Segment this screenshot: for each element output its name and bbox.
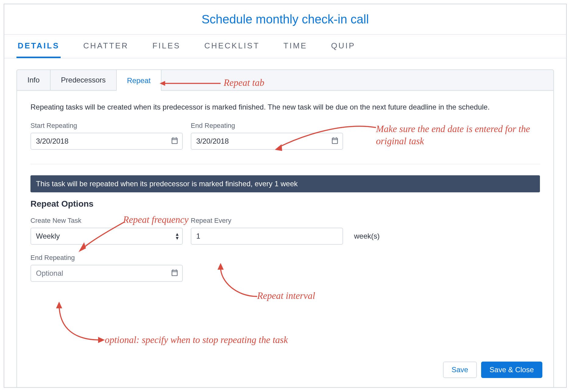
end-repeating-option-label: End Repeating	[30, 254, 540, 262]
calendar-icon[interactable]	[331, 137, 339, 146]
repeat-panel: Repeating tasks will be created when its…	[16, 91, 554, 388]
chevron-updown-icon: ▴▾	[176, 232, 179, 240]
subtab-predecessors[interactable]: Predecessors	[51, 70, 117, 90]
tab-details[interactable]: DETAILS	[16, 34, 61, 58]
tab-checklist[interactable]: CHECKLIST	[203, 34, 261, 58]
create-new-task-field: Create New Task ▴▾	[30, 217, 183, 245]
start-repeating-field: Start Repeating	[30, 122, 183, 150]
tab-files[interactable]: FILES	[151, 34, 182, 58]
date-row: Start Repeating End Repeating	[30, 122, 540, 150]
main-tab-bar: DETAILS CHATTER FILES CHECKLIST TIME QUI…	[4, 35, 566, 58]
repeat-options-heading: Repeat Options	[30, 199, 540, 209]
start-repeating-input[interactable]	[30, 133, 183, 150]
save-close-button[interactable]: Save & Close	[481, 362, 542, 378]
repeat-description: Repeating tasks will be created when its…	[30, 102, 536, 113]
end-repeating-label: End Repeating	[191, 122, 343, 130]
end-repeating-field: End Repeating	[191, 122, 343, 150]
repeat-every-label: Repeat Every	[191, 217, 343, 225]
repeat-summary: This task will be repeated when its pred…	[30, 175, 540, 192]
end-repeating-input[interactable]	[191, 133, 343, 150]
save-button[interactable]: Save	[443, 362, 477, 378]
options-row: Create New Task ▴▾ Repeat Every week(s)	[30, 217, 540, 245]
content-area: Info Predecessors Repeat Repeating tasks…	[4, 58, 566, 388]
repeat-unit-label: week(s)	[351, 232, 380, 245]
sub-tab-bar: Info Predecessors Repeat	[16, 69, 554, 91]
calendar-icon[interactable]	[171, 269, 179, 278]
end-repeating-option-row: End Repeating	[30, 254, 540, 282]
end-repeating-option-input[interactable]	[30, 265, 183, 282]
title-bar: Schedule monthly check-in call	[4, 4, 566, 35]
repeat-every-input[interactable]	[191, 228, 343, 245]
calendar-icon[interactable]	[171, 137, 179, 146]
divider	[30, 164, 540, 164]
subtab-info[interactable]: Info	[17, 70, 51, 90]
app-window: Schedule monthly check-in call DETAILS C…	[4, 4, 567, 388]
page-title: Schedule monthly check-in call	[201, 12, 369, 26]
subtab-repeat[interactable]: Repeat	[117, 70, 161, 92]
end-repeating-option-field: End Repeating	[30, 254, 540, 282]
repeat-every-field: Repeat Every	[191, 217, 343, 245]
footer-buttons: Save Save & Close	[443, 362, 542, 378]
tab-quip[interactable]: QUIP	[330, 34, 356, 58]
tab-time[interactable]: TIME	[282, 34, 308, 58]
start-repeating-label: Start Repeating	[30, 122, 183, 130]
create-new-task-label: Create New Task	[30, 217, 183, 225]
create-new-task-select[interactable]	[30, 228, 183, 245]
tab-chatter[interactable]: CHATTER	[82, 34, 130, 58]
